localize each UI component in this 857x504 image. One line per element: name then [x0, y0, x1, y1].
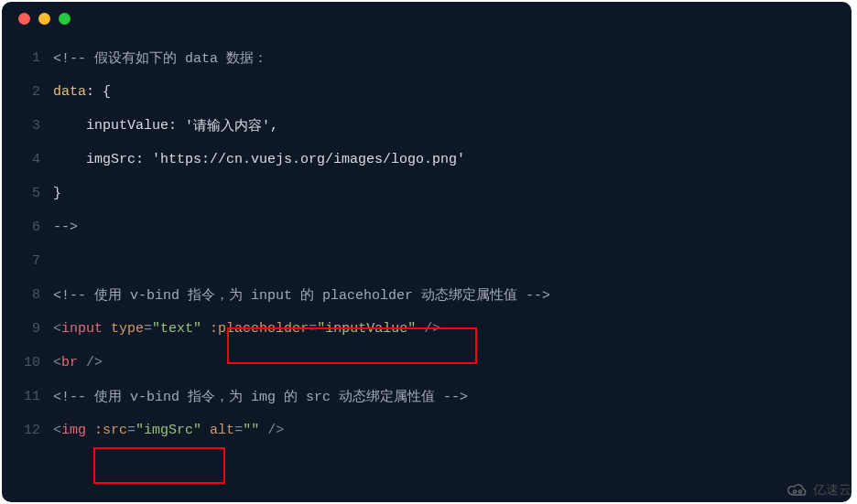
line-content: inputValue: '请输入内容',: [53, 117, 278, 134]
code-line: 1<!-- 假设有如下的 data 数据：: [15, 41, 839, 75]
watermark: 亿速云: [786, 482, 852, 499]
line-number: 11: [15, 389, 40, 404]
code-line: 4 imgSrc: 'https://cn.vuejs.org/images/l…: [15, 143, 839, 177]
line-number: 1: [15, 50, 40, 66]
code-line: 10<br />: [15, 346, 839, 380]
line-content: <input type="text" :placeholder="inputVa…: [53, 321, 440, 337]
line-content: }: [53, 186, 61, 201]
line-number: 9: [15, 321, 40, 337]
line-number: 8: [15, 287, 40, 303]
highlight-src-binding: [93, 447, 225, 484]
code-line: 5}: [15, 177, 839, 210]
code-area: 1<!-- 假设有如下的 data 数据：2data: {3 inputValu…: [2, 41, 852, 447]
code-line: 9<input type="text" :placeholder="inputV…: [15, 312, 839, 346]
line-content: <!-- 使用 v-bind 指令，为 img 的 src 动态绑定属性值 --…: [53, 388, 468, 405]
line-number: 4: [15, 152, 40, 167]
code-line: 12<img :src="imgSrc" alt="" />: [15, 413, 839, 447]
line-number: 2: [15, 84, 40, 100]
line-number: 10: [15, 355, 40, 370]
watermark-text: 亿速云: [813, 482, 852, 499]
svg-point-1: [798, 490, 801, 493]
window-controls: [2, 13, 852, 41]
line-number: 6: [15, 220, 40, 235]
maximize-window-icon[interactable]: [59, 13, 71, 25]
code-line: 2data: {: [15, 75, 839, 109]
line-number: 7: [15, 253, 40, 269]
code-line: 3 inputValue: '请输入内容',: [15, 109, 839, 143]
svg-point-0: [794, 490, 797, 493]
minimize-window-icon[interactable]: [38, 13, 50, 25]
code-line: 6-->: [15, 210, 839, 244]
code-line: 8<!-- 使用 v-bind 指令，为 input 的 placeholder…: [15, 278, 839, 312]
line-content: imgSrc: 'https://cn.vuejs.org/images/log…: [53, 152, 465, 167]
close-window-icon[interactable]: [18, 13, 30, 25]
code-editor-window: 1<!-- 假设有如下的 data 数据：2data: {3 inputValu…: [2, 2, 852, 502]
code-line: 7: [15, 244, 839, 278]
line-content: data: {: [53, 84, 111, 100]
code-line: 11<!-- 使用 v-bind 指令，为 img 的 src 动态绑定属性值 …: [15, 380, 839, 413]
line-content: <!-- 假设有如下的 data 数据：: [53, 49, 267, 67]
line-content: <img :src="imgSrc" alt="" />: [53, 423, 284, 438]
line-number: 3: [15, 118, 40, 134]
line-number: 12: [15, 423, 40, 438]
cloud-icon: [786, 482, 809, 499]
line-number: 5: [15, 186, 40, 201]
line-content: -->: [53, 220, 78, 235]
line-content: <!-- 使用 v-bind 指令，为 input 的 placeholder …: [53, 286, 550, 304]
line-content: <br />: [53, 355, 103, 370]
